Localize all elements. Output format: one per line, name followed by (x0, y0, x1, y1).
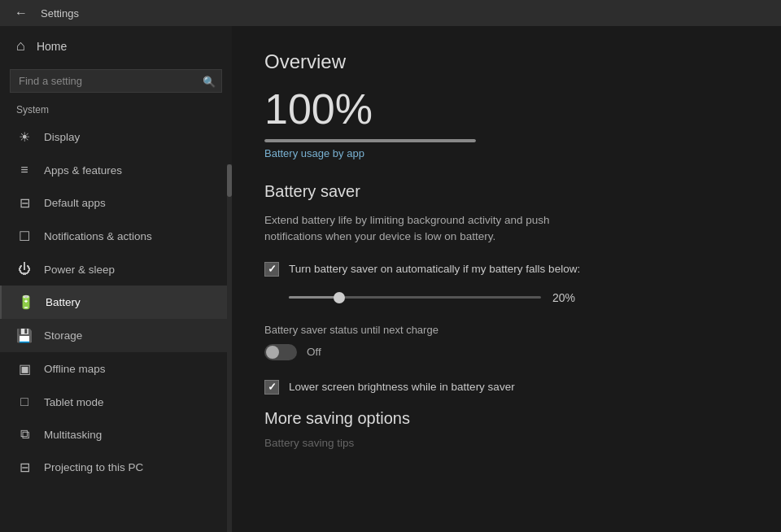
sidebar-item-notifications[interactable]: ☐ Notifications & actions (0, 220, 232, 253)
sidebar-item-apps-features[interactable]: ≡ Apps & features (0, 154, 232, 186)
overview-title: Overview (264, 50, 748, 73)
battery-percentage: 100% (264, 86, 748, 133)
default-apps-icon: ⊟ (16, 195, 33, 211)
notifications-icon: ☐ (16, 229, 33, 244)
sidebar-label-maps: Offline maps (44, 363, 106, 375)
slider-fill (289, 296, 339, 299)
slider-value-label: 20% (552, 291, 581, 304)
search-icon: 🔍 (203, 75, 216, 87)
sidebar: ⌂ Home 🔍 System ☀ Display ≡ Apps & featu… (0, 26, 232, 532)
project-icon: ⊟ (16, 460, 33, 475)
sidebar-label-battery: Battery (46, 296, 81, 308)
toggle-state-label: Off (307, 346, 321, 358)
battery-saver-description: Extend battery life by limiting backgrou… (264, 212, 748, 246)
battery-bar (264, 139, 476, 142)
titlebar: ← Settings (0, 0, 781, 26)
display-icon: ☀ (16, 129, 33, 145)
main-layout: ⌂ Home 🔍 System ☀ Display ≡ Apps & featu… (0, 26, 781, 532)
battery-bar-fill (264, 139, 476, 142)
sidebar-item-tablet-mode[interactable]: □ Tablet mode (0, 386, 232, 418)
sidebar-item-storage[interactable]: 💾 Storage (0, 319, 232, 352)
back-button[interactable]: ← (10, 2, 33, 24)
home-icon: ⌂ (16, 37, 25, 55)
auto-saver-label: Turn battery saver on automatically if m… (289, 263, 580, 275)
sidebar-item-offline-maps[interactable]: ▣ Offline maps (0, 352, 232, 386)
sidebar-item-multitasking[interactable]: ⧉ Multitasking (0, 418, 232, 451)
sidebar-label-apps: Apps & features (44, 164, 122, 177)
sidebar-item-battery[interactable]: 🔋 Battery (0, 286, 232, 319)
sidebar-item-projecting[interactable]: ⊟ Projecting to this PC (0, 451, 232, 484)
sidebar-label-projecting: Projecting to this PC (44, 461, 143, 473)
toggle-section-label: Battery saver status until next charge (264, 324, 748, 336)
brightness-checkbox[interactable] (264, 380, 279, 395)
power-icon: ⏻ (16, 262, 33, 277)
sidebar-item-power-sleep[interactable]: ⏻ Power & sleep (0, 253, 232, 286)
brightness-row: Lower screen brightness while in battery… (264, 380, 748, 395)
multitasking-icon: ⧉ (16, 427, 33, 442)
sidebar-label-storage: Storage (44, 329, 82, 342)
brightness-label: Lower screen brightness while in battery… (289, 381, 515, 393)
scrollbar-track (227, 164, 232, 532)
content-area: Overview 100% Battery usage by app Batte… (232, 26, 781, 532)
slider-thumb[interactable] (334, 292, 345, 303)
storage-icon: 💾 (16, 328, 33, 343)
battery-usage-link[interactable]: Battery usage by app (264, 147, 748, 159)
sidebar-home-label: Home (37, 40, 67, 53)
battery-threshold-slider-row: 20% (264, 291, 748, 304)
more-saving-title: More saving options (264, 409, 748, 428)
search-input[interactable] (10, 69, 222, 93)
sidebar-label-power: Power & sleep (44, 264, 115, 276)
scrollbar-thumb[interactable] (227, 164, 232, 197)
battery-icon: 🔋 (18, 294, 34, 310)
sidebar-label-default: Default apps (44, 197, 106, 209)
battery-saver-title: Battery saver (264, 182, 748, 201)
battery-saver-toggle[interactable] (264, 344, 297, 360)
sidebar-item-home[interactable]: ⌂ Home (0, 26, 232, 66)
saving-tips-link[interactable]: Battery saving tips (264, 437, 354, 449)
battery-threshold-slider[interactable] (289, 296, 541, 299)
battery-status-toggle-section: Battery saver status until next charge O… (264, 324, 748, 360)
sidebar-item-display[interactable]: ☀ Display (0, 120, 232, 154)
toggle-row: Off (264, 344, 748, 360)
auto-saver-checkbox[interactable] (264, 262, 279, 277)
sidebar-section-label: System (0, 101, 232, 120)
apps-icon: ≡ (16, 163, 33, 177)
sidebar-label-multitasking: Multitasking (44, 429, 102, 441)
auto-saver-row: Turn battery saver on automatically if m… (264, 262, 748, 277)
tablet-icon: □ (16, 395, 33, 409)
sidebar-label-display: Display (44, 131, 80, 143)
app-title: Settings (41, 7, 79, 20)
sidebar-label-tablet: Tablet mode (44, 396, 104, 408)
maps-icon: ▣ (16, 361, 33, 377)
search-box: 🔍 (10, 69, 222, 93)
sidebar-item-default-apps[interactable]: ⊟ Default apps (0, 186, 232, 220)
sidebar-label-notifications: Notifications & actions (44, 230, 152, 242)
